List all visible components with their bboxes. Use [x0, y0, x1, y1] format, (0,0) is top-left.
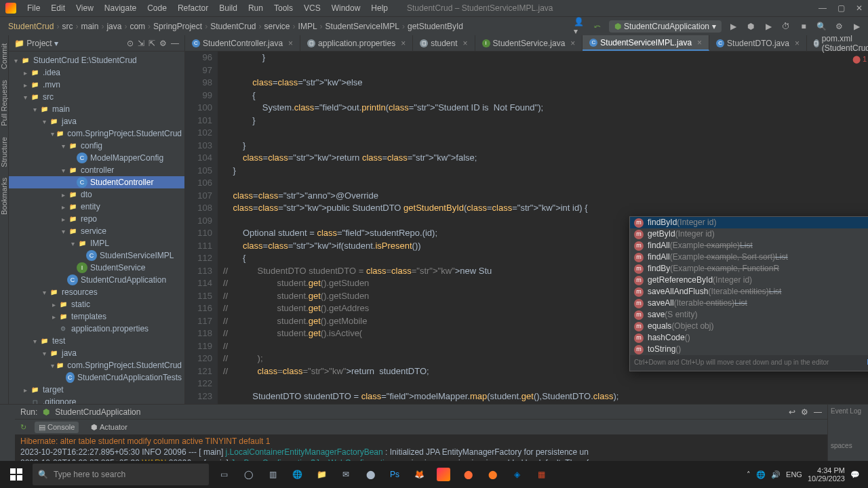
- menu-navigate[interactable]: Navigate: [99, 3, 142, 13]
- tree-item[interactable]: ▾📁com.SpringProject.StudentCrud: [9, 127, 184, 140]
- panel-hide-icon[interactable]: —: [814, 407, 822, 417]
- powerpoint-icon[interactable]: ▦: [529, 462, 553, 487]
- menu-help[interactable]: Help: [366, 3, 393, 13]
- tray-clock[interactable]: 4:34 PM 10/29/2023: [808, 466, 845, 483]
- edge-icon[interactable]: 🌐: [285, 462, 309, 487]
- inspections-widget[interactable]: ⬤ 1 ▲ 6 ▲ 3 ✓ 4 ^ ˅: [852, 53, 868, 66]
- rail-pull-requests[interactable]: Pull Requests: [0, 77, 8, 129]
- breadcrumb[interactable]: java: [104, 22, 124, 31]
- tree-item[interactable]: ▾📁test: [9, 335, 184, 347]
- settings-icon[interactable]: ⚙: [833, 20, 845, 33]
- menu-refactor[interactable]: Refactor: [172, 3, 214, 13]
- tab-close-icon[interactable]: ×: [697, 38, 702, 47]
- vscode-icon[interactable]: ◈: [505, 462, 529, 487]
- breadcrumb[interactable]: SpringProject: [151, 22, 205, 31]
- profile-icon[interactable]: ⏱: [780, 20, 792, 33]
- menu-tools[interactable]: Tools: [269, 3, 298, 13]
- tree-item[interactable]: ▾📁com.SpringProject.StudentCrud: [9, 359, 184, 371]
- tree-item[interactable]: ▾📁src: [9, 91, 184, 103]
- project-tree[interactable]: ▾📁StudentCrud E:\StudentCrud▸📁.idea▸📁.mv…: [9, 52, 184, 404]
- collapse-all-icon[interactable]: ⇱: [149, 39, 155, 48]
- menu-file[interactable]: File: [22, 3, 45, 13]
- editor-tab[interactable]: CStudentController.java×: [185, 35, 300, 51]
- minimize-icon[interactable]: —: [818, 3, 827, 13]
- code-completion-popup[interactable]: mfindById(Integer id)OptionalmgetById(In…: [629, 216, 868, 371]
- tree-item[interactable]: CStudentController: [9, 176, 184, 188]
- completion-item[interactable]: mequals(Object obj)boolean: [630, 321, 868, 332]
- editor-tab[interactable]: ◻application.properties×: [300, 35, 413, 51]
- soft-wrap-icon[interactable]: ↩: [789, 407, 795, 417]
- menu-view[interactable]: View: [71, 3, 99, 13]
- tab-console[interactable]: ▤ Console: [35, 422, 79, 433]
- breadcrumb[interactable]: main: [78, 22, 101, 31]
- tree-item[interactable]: ▸📁entity: [9, 201, 184, 213]
- tab-close-icon[interactable]: ×: [288, 39, 293, 48]
- breadcrumb[interactable]: StudentCrud: [5, 22, 56, 31]
- select-opened-icon[interactable]: ⊙: [127, 39, 134, 48]
- run-config-selector[interactable]: ⬢ StudentCrudApplication ▾: [609, 20, 722, 33]
- tree-item[interactable]: ▾📁controller: [9, 164, 184, 176]
- tree-item[interactable]: ▸📁static: [9, 298, 184, 310]
- rail-structure[interactable]: Structure: [0, 134, 8, 170]
- breadcrumb[interactable]: com: [127, 22, 148, 31]
- completion-item[interactable]: mtoString()String: [630, 344, 868, 355]
- tab-close-icon[interactable]: ×: [795, 39, 800, 48]
- tab-close-icon[interactable]: ×: [463, 39, 468, 48]
- taskbar-search[interactable]: 🔍 Type here to search: [33, 464, 209, 485]
- photoshop-icon[interactable]: Ps: [382, 462, 407, 487]
- tree-item[interactable]: ▸📁.mvn: [9, 79, 184, 91]
- task-view-icon[interactable]: ▭: [212, 462, 236, 487]
- tree-item[interactable]: CStudentCrudApplicationTests: [9, 371, 184, 384]
- start-button[interactable]: [3, 461, 30, 488]
- build-icon[interactable]: ⤺: [591, 20, 604, 33]
- tree-item[interactable]: ▾📁main: [9, 103, 184, 115]
- tray-language[interactable]: ENG: [786, 470, 802, 479]
- completion-item[interactable]: msaveAll(Iterable entities)List: [630, 298, 868, 309]
- editor-tab[interactable]: ◻pom.xml (StudentCrud)×: [807, 35, 868, 51]
- menu-vcs[interactable]: VCS: [298, 3, 326, 13]
- tree-item[interactable]: ▸📁.idea: [9, 66, 184, 79]
- tree-item[interactable]: ▾📁IMPL: [9, 237, 184, 249]
- menu-window[interactable]: Window: [326, 3, 366, 13]
- firefox-icon[interactable]: 🦊: [407, 462, 431, 487]
- tree-item[interactable]: ▾📁java: [9, 347, 184, 359]
- panel-gear-icon[interactable]: ⚙: [801, 407, 808, 417]
- hide-icon[interactable]: —: [171, 39, 179, 48]
- completion-item[interactable]: mgetById(Integer id)Student: [630, 228, 868, 240]
- xampp-icon[interactable]: ⬤: [480, 462, 505, 487]
- maximize-icon[interactable]: ▢: [837, 3, 845, 13]
- tree-item[interactable]: ▾📁java: [9, 115, 184, 127]
- menu-edit[interactable]: Edit: [45, 3, 71, 13]
- tree-item[interactable]: ▾📁service: [9, 225, 184, 237]
- tree-item[interactable]: ▾📁StudentCrud E:\StudentCrud: [9, 54, 184, 66]
- intellij-icon[interactable]: [431, 462, 456, 487]
- rail-commit[interactable]: Commit: [0, 41, 8, 72]
- editor-tab[interactable]: IStudentService.java×: [475, 35, 583, 51]
- editor-tab[interactable]: CStudentDTO.java×: [709, 35, 807, 51]
- menu-run[interactable]: Run: [243, 3, 269, 13]
- tray-volume-icon[interactable]: 🔊: [771, 470, 781, 479]
- expand-all-icon[interactable]: ⇲: [138, 39, 144, 48]
- breadcrumb[interactable]: StudentCrud: [208, 22, 258, 31]
- tree-item[interactable]: ◻.gitignore: [9, 396, 184, 404]
- search-icon[interactable]: 🔍: [815, 20, 827, 33]
- completion-item[interactable]: mgetReferenceById(Integer id)Student: [630, 274, 868, 286]
- breadcrumb[interactable]: StudentServiceIMPL: [323, 22, 402, 31]
- tray-chevron-icon[interactable]: ˄: [747, 470, 751, 479]
- completion-item[interactable]: mfindBy(Example example, FunctionR: [630, 263, 868, 274]
- tree-item[interactable]: IStudentService: [9, 262, 184, 274]
- play-sync-icon[interactable]: ▶: [850, 20, 863, 33]
- gear-icon[interactable]: ⚙: [159, 39, 167, 48]
- taskbar-app-icon[interactable]: ▥: [260, 462, 285, 487]
- breadcrumb[interactable]: getStudentById: [405, 22, 466, 31]
- completion-item[interactable]: mfindById(Integer id)Optional: [630, 217, 868, 228]
- tree-item[interactable]: ▸📁templates: [9, 310, 184, 323]
- tree-item[interactable]: CStudentServiceIMPL: [9, 249, 184, 262]
- debug-icon[interactable]: ⬢: [745, 20, 757, 33]
- menu-build[interactable]: Build: [214, 3, 243, 13]
- tree-item[interactable]: CStudentCrudApplication: [9, 274, 184, 286]
- tree-item[interactable]: ▾📁config: [9, 140, 184, 152]
- explorer-icon[interactable]: 📁: [309, 462, 334, 487]
- tree-item[interactable]: ▾📁resources: [9, 286, 184, 298]
- mail-icon[interactable]: ✉: [334, 462, 358, 487]
